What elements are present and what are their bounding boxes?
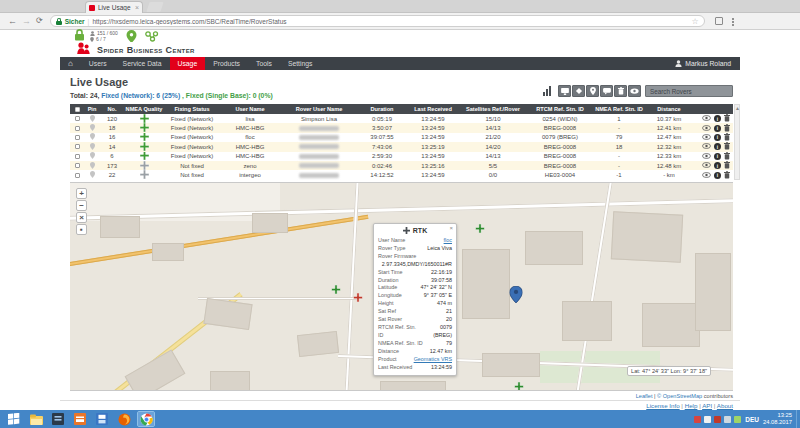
toolbar-monitor-icon[interactable]	[558, 85, 571, 97]
red-cross-marker[interactable]	[354, 288, 363, 306]
show-desktop-button[interactable]	[796, 410, 800, 428]
row-checkbox[interactable]	[75, 173, 80, 178]
green-cross-marker[interactable]	[476, 219, 485, 237]
map-pin-button[interactable]	[126, 30, 137, 43]
taskbar-app-explorer[interactable]	[28, 412, 44, 426]
footer-link-license-info[interactable]: License Info	[646, 402, 679, 409]
view-on-map-icon[interactable]	[702, 134, 711, 141]
nav-item-products[interactable]: Products	[205, 57, 248, 70]
taskbar-app-office-app[interactable]	[50, 412, 66, 426]
green-cross-marker[interactable]	[515, 377, 524, 391]
toolbar-diamond-icon[interactable]	[572, 85, 585, 97]
delete-icon[interactable]	[724, 161, 730, 170]
toolbar-trash-icon[interactable]	[614, 85, 627, 97]
nav-item-settings[interactable]: Settings	[280, 57, 321, 70]
tray-red-badge-icon[interactable]	[714, 416, 721, 423]
chart-bars-icon[interactable]	[543, 86, 551, 96]
info-icon[interactable]: i	[714, 172, 721, 179]
delete-icon[interactable]	[724, 142, 730, 151]
pin-icon[interactable]	[90, 124, 95, 132]
search-rovers-input[interactable]	[645, 85, 733, 97]
taskbar-app-notes-app[interactable]	[94, 412, 110, 426]
info-icon[interactable]: i	[714, 143, 721, 150]
nav-item-tools[interactable]: Tools	[248, 57, 280, 70]
pin-icon[interactable]	[90, 171, 95, 179]
info-icon[interactable]: i	[714, 115, 721, 122]
view-on-map-icon[interactable]	[702, 153, 711, 160]
taskbar-app-chrome[interactable]	[138, 412, 154, 426]
pin-icon[interactable]	[90, 162, 95, 170]
view-on-map-icon[interactable]	[702, 125, 711, 132]
map-canvas[interactable]: +−×▪ × RTK User NameflocRover TypeLeica …	[70, 182, 733, 391]
row-checkbox[interactable]	[75, 135, 80, 140]
blue-pin-marker[interactable]	[510, 286, 523, 307]
popup-field-value[interactable]: floc	[444, 237, 452, 245]
select-all-checkbox[interactable]	[75, 107, 80, 112]
taskbar-app-folder-app[interactable]	[72, 412, 88, 426]
user-menu[interactable]: Markus Roland	[666, 57, 740, 70]
taskbar-app-firefox[interactable]	[116, 412, 132, 426]
table-scrollbar[interactable]: ▲	[734, 104, 740, 180]
tab-close-icon[interactable]: ×	[135, 5, 139, 11]
taskbar-clock[interactable]: 13:25 24.08.2017	[763, 412, 792, 426]
delete-icon[interactable]	[724, 152, 730, 161]
delete-icon[interactable]	[724, 124, 730, 133]
leaflet-link[interactable]: Leaflet	[636, 393, 653, 399]
pin-icon[interactable]	[90, 152, 95, 160]
reload-icon[interactable]: ⟳	[36, 16, 43, 26]
green-cross-marker[interactable]	[332, 280, 341, 298]
map-zoom-in-button[interactable]: +	[76, 188, 87, 199]
toolbar-message-icon[interactable]	[600, 85, 613, 97]
footer-link-api[interactable]: API	[702, 402, 712, 409]
back-icon[interactable]: ←	[8, 16, 17, 26]
map-zoom-out-button[interactable]: −	[76, 200, 87, 211]
new-tab-button[interactable]	[146, 2, 163, 12]
table-row[interactable]: 14Fixed (Network)HMC-HBG7:43:0613:25:191…	[70, 142, 733, 151]
scroll-up-icon[interactable]: ▲	[735, 105, 739, 111]
table-row[interactable]: 6Fixed (Network)HMC-HBG2:59:3013:24:5914…	[70, 152, 733, 161]
table-row[interactable]: 16Fixed (Network)floc39:07:5513:24:5921/…	[70, 133, 733, 142]
taskbar-app-start[interactable]	[6, 412, 22, 426]
tray-phone-icon[interactable]	[734, 416, 741, 423]
info-icon[interactable]: i	[714, 153, 721, 160]
row-checkbox[interactable]	[75, 163, 80, 168]
delete-icon[interactable]	[724, 133, 730, 142]
pin-icon[interactable]	[90, 115, 95, 123]
nav-item-service-data[interactable]: Service Data	[115, 57, 170, 70]
table-row[interactable]: 120Fixed (Network)lisaSimpson Lisa0:05:1…	[70, 114, 733, 123]
info-icon[interactable]: i	[714, 134, 721, 141]
view-on-map-icon[interactable]	[702, 162, 711, 169]
delete-icon[interactable]	[724, 114, 730, 123]
language-indicator[interactable]: DEU	[745, 416, 759, 423]
row-checkbox[interactable]	[75, 154, 80, 159]
tray-flag-icon[interactable]	[704, 416, 711, 423]
browser-tab[interactable]: Live Usage ×	[85, 1, 143, 13]
row-checkbox[interactable]	[75, 116, 80, 121]
popup-field-value[interactable]: Geomatics VRS	[414, 356, 452, 364]
table-row[interactable]: 22Not fixedintergeo14:12:5213:24:590/0HE…	[70, 170, 733, 179]
info-icon[interactable]: i	[714, 162, 721, 169]
view-on-map-icon[interactable]	[702, 115, 711, 122]
tray-red-app-icon[interactable]	[694, 416, 701, 423]
row-checkbox[interactable]	[75, 144, 80, 149]
footer-link-about[interactable]: About	[717, 402, 733, 409]
table-row[interactable]: 18Fixed (Network)HMC-HBG3:50:0713:24:591…	[70, 123, 733, 132]
forward-icon[interactable]: →	[22, 16, 31, 26]
nav-item-users[interactable]: Users	[81, 57, 115, 70]
view-on-map-icon[interactable]	[702, 143, 711, 150]
browser-menu-icon[interactable]	[732, 18, 734, 20]
table-row[interactable]: 173Not fixedzeno0:02:4613:25:165/5BREG-0…	[70, 161, 733, 170]
address-bar[interactable]: Sicher | https://hxsdemo.leica-geosystem…	[50, 15, 705, 27]
info-icon[interactable]: i	[714, 125, 721, 132]
pin-icon[interactable]	[90, 143, 95, 151]
osm-link[interactable]: © OpenStreetMap	[657, 393, 702, 399]
nav-item-usage[interactable]: Usage	[170, 57, 206, 70]
delete-icon[interactable]	[724, 171, 730, 180]
toolbar-pin-icon[interactable]	[586, 85, 599, 97]
map-fit-extent-button[interactable]: ×	[76, 212, 87, 223]
popup-close-icon[interactable]: ×	[449, 226, 453, 231]
home-icon[interactable]: ⌂	[60, 57, 81, 70]
bookmark-star-icon[interactable]: ☆	[692, 17, 699, 26]
toolbar-eye-icon[interactable]	[628, 85, 641, 97]
tray-shield-icon[interactable]	[724, 416, 731, 423]
